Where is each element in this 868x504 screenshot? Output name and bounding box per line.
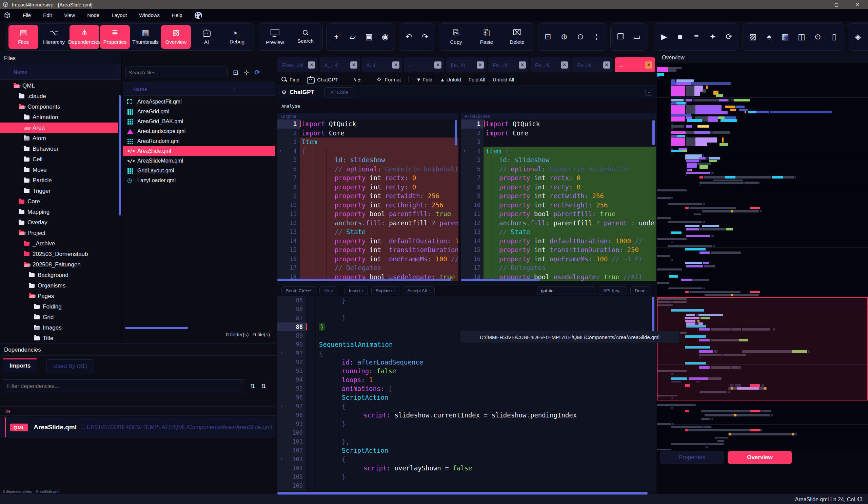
tree-item-move[interactable]: Move [0,164,118,175]
icon-button-plus[interactable]: + [329,25,344,49]
code-line-16[interactable]: 16property int oneFrameMs: 100 // ~1 Fr [461,254,656,264]
editor-tab-6[interactable]: Fo...4i✕ [530,57,571,72]
code-line-12[interactable]: 12anchors.fill: parentfill ? parent : un… [277,219,458,228]
tree-item-project[interactable]: Project [0,228,118,238]
icon-button-zoom-in[interactable]: ⊕ [556,25,572,49]
icon-button-image[interactable]: ▨ [745,25,761,49]
code-line-99[interactable]: 99} [277,420,656,428]
icon-button-center[interactable]: ⊹ [589,25,604,49]
code-line-85[interactable]: 85} [277,296,656,305]
code-line-8[interactable]: 8property int recty: 0 [277,183,458,192]
code-line-103[interactable]: ▾103{ [277,455,656,464]
icon-button-cube[interactable]: ◈ [850,25,866,49]
done-button[interactable]: Done. [630,286,651,295]
toolbar-button-paste[interactable]: ⎗Paste [472,25,502,49]
sort-up-down-icon[interactable]: ⇅ [250,383,255,390]
tree-item-behaviour[interactable]: Behaviour [0,143,118,154]
model-select[interactable]: gpt-4o [537,286,596,295]
icon-button-duplicate-window[interactable]: ❐ [613,25,628,49]
code-line-8[interactable]: 8property int recty: 0 [461,183,656,192]
palette-icon[interactable] [195,12,202,19]
search-input[interactable] [125,67,228,78]
icon-button-video[interactable]: ◫ [794,25,809,49]
code-line-9[interactable]: 9property int rectwidth: 256 [277,191,458,201]
icon-button-play[interactable]: ▶ [656,25,672,49]
tab-close-icon[interactable]: ✕ [350,61,358,69]
code-line-91[interactable]: ▾91{ [277,349,656,358]
toolbar-button-hierarchy[interactable]: ⌥Hierarchy [39,25,69,49]
refresh-icon[interactable]: ⟳ [255,69,260,77]
toolbar-button-properties[interactable]: ≣Properties [100,25,130,49]
code-line-11[interactable]: 11property bool parentfill: true [461,209,656,219]
tree-item-particle[interactable]: Particle [0,175,118,186]
toolbar-button-preview[interactable]: Preview [260,25,290,49]
code-line-101[interactable]: 101}, [277,437,656,446]
tree-item-organisms[interactable]: Organisms [0,280,118,291]
diff-ai-pane[interactable]: 1import QtQuick2import Core3▾4Item {5id:… [461,120,656,281]
tree-item-mapping[interactable]: Mapping [0,207,118,217]
code-line-102[interactable]: 102ScriptAction [277,446,656,455]
tree-item-pages[interactable]: Pages [0,291,118,301]
collapse-panel-button[interactable]: « [645,89,653,96]
toolbar-button-thumbnails[interactable]: ▦Thumbnails [131,25,161,49]
tab-close-icon[interactable]: ✕ [561,61,568,69]
code-line-94[interactable]: 94loops: 1 [277,375,656,384]
code-line-10[interactable]: 10property int rectheight: 256 [461,201,656,210]
tree-item-qml[interactable]: QML [0,80,118,91]
tree-item-202503-dornenstaub[interactable]: 202503_Dornenstaub [0,249,118,259]
code-line-4[interactable]: ▾4Item { [461,147,656,156]
files-column-header[interactable]: Name [0,64,121,80]
code-line-16[interactable]: 16property int oneFrameMs: 100 // ~1 Fr [277,254,458,264]
tab-close-icon[interactable]: ✕ [603,61,610,69]
code-line-105[interactable]: 105} [277,472,656,481]
code-line-7[interactable]: 7property int rectx: 0 [277,173,458,183]
code-line-15[interactable]: 15property int transitionDuration: 250 [461,245,656,254]
code-line-11[interactable]: 11property bool parentfill: true [277,209,458,219]
sort-up-down-icon[interactable]: ⇅ [261,383,266,390]
code-line-100[interactable]: 100 [277,428,656,437]
code-tool-item[interactable]: // ± [354,77,361,82]
tree-item-trigger[interactable]: Trigger [0,186,118,196]
code-line-17[interactable]: 17// Delegates [461,263,656,273]
file-item-arealandscape-qml[interactable]: AreaLandscape.qml [123,126,275,136]
code-line-13[interactable]: 13// State [277,228,458,236]
toolbar-button-dependencies[interactable]: ⋔Dependencies [70,25,99,49]
list-scrollbar[interactable] [125,327,188,329]
code-line-5[interactable]: 5id: slideshow [461,155,656,164]
code-line-6[interactable]: 6// optional: Geometrie beibehalten [461,164,656,174]
tree-item-animation[interactable]: Animation [0,112,118,122]
file-item-areagrid-bak-qml[interactable]: AreaGrid_BAK.qml [123,117,275,126]
file-item-areaslidemem-qml[interactable]: </>AreaSlideMem.qml [123,156,275,165]
overview-footer-overview[interactable]: Overview [727,451,792,464]
tree-item-title[interactable]: Title [0,333,118,342]
toolbar-button-overview[interactable]: ▧Overview [161,25,191,49]
toolbar-button-search[interactable]: Search [291,25,320,49]
editor-tab-7[interactable]: Fo...4i✕ [572,57,613,72]
code-line-104[interactable]: 104script: overlayShown = false [277,464,656,472]
tree-item-core[interactable]: Core [0,196,118,207]
tab-close-icon[interactable]: ✕ [645,61,652,69]
diff-scrollbar[interactable] [455,120,457,145]
tree-item-overlay[interactable]: Overlay [0,217,118,228]
code-line-2[interactable]: 2import Core [277,129,458,138]
file-item-areaaspectfit-qml[interactable]: AreaAspectFit.qml [123,97,275,107]
code-line-96[interactable]: 96ScriptAction [277,393,656,402]
tree-item-area[interactable]: Area [0,122,118,133]
icon-button-pattern[interactable]: ▦ [777,25,793,49]
icon-button-folder-open[interactable]: ▱ [345,25,360,49]
editor-tab-1[interactable]: A_...4i✕ [319,57,360,72]
code-tool-unfold-all[interactable]: Unfold All [493,77,514,82]
editor-tab-5[interactable]: Fo...4i✕ [488,57,529,72]
icon-button-tree[interactable]: ♠ [761,25,777,49]
diff-scrollbar[interactable] [652,120,655,145]
code-line-3[interactable]: 3Item [277,138,458,147]
code-line-93[interactable]: 93running: false [277,366,656,375]
code-tool-find[interactable]: Find [281,77,299,82]
expand-all-icon[interactable]: ⊡ [233,69,238,77]
menu-item-view[interactable]: View [64,12,75,18]
fold-icon[interactable]: ▾ [277,147,284,156]
icon-button-undo[interactable]: ↶ [401,25,417,49]
code-line-10[interactable]: 10property int rectheight: 256 [277,201,458,210]
tree-scrollbar[interactable] [119,95,121,215]
menu-item-file[interactable]: File [23,12,31,18]
